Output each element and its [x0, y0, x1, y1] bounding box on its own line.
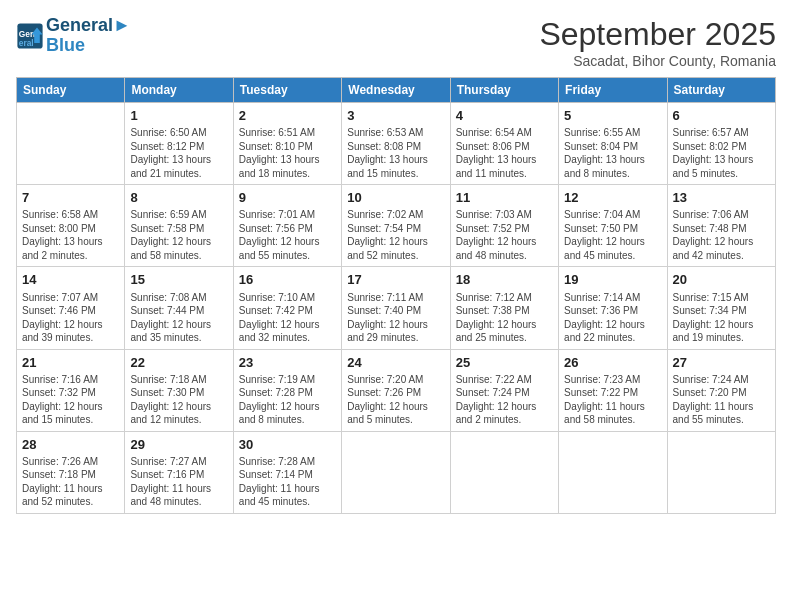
cell-w0-d5: 5Sunrise: 6:55 AMSunset: 8:04 PMDaylight…: [559, 103, 667, 185]
cell-w3-d4: 25Sunrise: 7:22 AMSunset: 7:24 PMDayligh…: [450, 349, 558, 431]
day-number: 13: [673, 189, 770, 207]
cell-w4-d1: 29Sunrise: 7:27 AMSunset: 7:16 PMDayligh…: [125, 431, 233, 513]
day-number: 30: [239, 436, 336, 454]
cell-w4-d6: [667, 431, 775, 513]
logo-text-line2: Blue: [46, 36, 131, 56]
day-number: 25: [456, 354, 553, 372]
cell-w1-d5: 12Sunrise: 7:04 AMSunset: 7:50 PMDayligh…: [559, 185, 667, 267]
day-info: Sunrise: 7:03 AMSunset: 7:52 PMDaylight:…: [456, 208, 553, 262]
cell-w0-d3: 3Sunrise: 6:53 AMSunset: 8:08 PMDaylight…: [342, 103, 450, 185]
day-info: Sunrise: 7:01 AMSunset: 7:56 PMDaylight:…: [239, 208, 336, 262]
day-info: Sunrise: 7:14 AMSunset: 7:36 PMDaylight:…: [564, 291, 661, 345]
day-info: Sunrise: 7:26 AMSunset: 7:18 PMDaylight:…: [22, 455, 119, 509]
day-number: 28: [22, 436, 119, 454]
cell-w4-d0: 28Sunrise: 7:26 AMSunset: 7:18 PMDayligh…: [17, 431, 125, 513]
day-info: Sunrise: 7:15 AMSunset: 7:34 PMDaylight:…: [673, 291, 770, 345]
col-tuesday: Tuesday: [233, 78, 341, 103]
day-number: 4: [456, 107, 553, 125]
cell-w2-d4: 18Sunrise: 7:12 AMSunset: 7:38 PMDayligh…: [450, 267, 558, 349]
page: Gen eral General► Blue September 2025 Sa…: [0, 0, 792, 612]
cell-w3-d5: 26Sunrise: 7:23 AMSunset: 7:22 PMDayligh…: [559, 349, 667, 431]
day-number: 12: [564, 189, 661, 207]
day-info: Sunrise: 7:08 AMSunset: 7:44 PMDaylight:…: [130, 291, 227, 345]
day-number: 27: [673, 354, 770, 372]
cell-w2-d6: 20Sunrise: 7:15 AMSunset: 7:34 PMDayligh…: [667, 267, 775, 349]
cell-w0-d2: 2Sunrise: 6:51 AMSunset: 8:10 PMDaylight…: [233, 103, 341, 185]
day-number: 2: [239, 107, 336, 125]
day-number: 23: [239, 354, 336, 372]
day-number: 6: [673, 107, 770, 125]
day-number: 21: [22, 354, 119, 372]
cell-w0-d6: 6Sunrise: 6:57 AMSunset: 8:02 PMDaylight…: [667, 103, 775, 185]
day-number: 19: [564, 271, 661, 289]
day-number: 9: [239, 189, 336, 207]
day-info: Sunrise: 7:28 AMSunset: 7:14 PMDaylight:…: [239, 455, 336, 509]
cell-w1-d4: 11Sunrise: 7:03 AMSunset: 7:52 PMDayligh…: [450, 185, 558, 267]
day-number: 1: [130, 107, 227, 125]
cell-w3-d2: 23Sunrise: 7:19 AMSunset: 7:28 PMDayligh…: [233, 349, 341, 431]
cell-w2-d2: 16Sunrise: 7:10 AMSunset: 7:42 PMDayligh…: [233, 267, 341, 349]
cell-w0-d0: [17, 103, 125, 185]
cell-w3-d0: 21Sunrise: 7:16 AMSunset: 7:32 PMDayligh…: [17, 349, 125, 431]
day-info: Sunrise: 7:06 AMSunset: 7:48 PMDaylight:…: [673, 208, 770, 262]
day-info: Sunrise: 6:50 AMSunset: 8:12 PMDaylight:…: [130, 126, 227, 180]
cell-w4-d5: [559, 431, 667, 513]
day-number: 8: [130, 189, 227, 207]
day-number: 3: [347, 107, 444, 125]
day-number: 22: [130, 354, 227, 372]
day-info: Sunrise: 7:23 AMSunset: 7:22 PMDaylight:…: [564, 373, 661, 427]
col-friday: Friday: [559, 78, 667, 103]
day-number: 26: [564, 354, 661, 372]
day-number: 17: [347, 271, 444, 289]
cell-w2-d5: 19Sunrise: 7:14 AMSunset: 7:36 PMDayligh…: [559, 267, 667, 349]
logo-text-line1: General►: [46, 16, 131, 36]
day-info: Sunrise: 6:58 AMSunset: 8:00 PMDaylight:…: [22, 208, 119, 262]
day-number: 15: [130, 271, 227, 289]
day-number: 24: [347, 354, 444, 372]
logo: Gen eral General► Blue: [16, 16, 131, 56]
day-info: Sunrise: 6:53 AMSunset: 8:08 PMDaylight:…: [347, 126, 444, 180]
cell-w1-d6: 13Sunrise: 7:06 AMSunset: 7:48 PMDayligh…: [667, 185, 775, 267]
month-title: September 2025: [539, 16, 776, 53]
day-number: 18: [456, 271, 553, 289]
cell-w2-d1: 15Sunrise: 7:08 AMSunset: 7:44 PMDayligh…: [125, 267, 233, 349]
day-number: 7: [22, 189, 119, 207]
day-info: Sunrise: 7:04 AMSunset: 7:50 PMDaylight:…: [564, 208, 661, 262]
location-subtitle: Sacadat, Bihor County, Romania: [539, 53, 776, 69]
day-info: Sunrise: 7:20 AMSunset: 7:26 PMDaylight:…: [347, 373, 444, 427]
day-info: Sunrise: 7:19 AMSunset: 7:28 PMDaylight:…: [239, 373, 336, 427]
cell-w2-d0: 14Sunrise: 7:07 AMSunset: 7:46 PMDayligh…: [17, 267, 125, 349]
day-info: Sunrise: 7:02 AMSunset: 7:54 PMDaylight:…: [347, 208, 444, 262]
cell-w0-d4: 4Sunrise: 6:54 AMSunset: 8:06 PMDaylight…: [450, 103, 558, 185]
cell-w1-d1: 8Sunrise: 6:59 AMSunset: 7:58 PMDaylight…: [125, 185, 233, 267]
day-number: 5: [564, 107, 661, 125]
title-block: September 2025 Sacadat, Bihor County, Ro…: [539, 16, 776, 69]
day-info: Sunrise: 6:51 AMSunset: 8:10 PMDaylight:…: [239, 126, 336, 180]
day-number: 16: [239, 271, 336, 289]
col-wednesday: Wednesday: [342, 78, 450, 103]
col-thursday: Thursday: [450, 78, 558, 103]
cell-w1-d3: 10Sunrise: 7:02 AMSunset: 7:54 PMDayligh…: [342, 185, 450, 267]
cell-w3-d1: 22Sunrise: 7:18 AMSunset: 7:30 PMDayligh…: [125, 349, 233, 431]
col-monday: Monday: [125, 78, 233, 103]
cell-w1-d2: 9Sunrise: 7:01 AMSunset: 7:56 PMDaylight…: [233, 185, 341, 267]
cell-w3-d3: 24Sunrise: 7:20 AMSunset: 7:26 PMDayligh…: [342, 349, 450, 431]
cell-w1-d0: 7Sunrise: 6:58 AMSunset: 8:00 PMDaylight…: [17, 185, 125, 267]
day-info: Sunrise: 7:12 AMSunset: 7:38 PMDaylight:…: [456, 291, 553, 345]
day-info: Sunrise: 7:16 AMSunset: 7:32 PMDaylight:…: [22, 373, 119, 427]
week-row-2: 14Sunrise: 7:07 AMSunset: 7:46 PMDayligh…: [17, 267, 776, 349]
day-info: Sunrise: 7:18 AMSunset: 7:30 PMDaylight:…: [130, 373, 227, 427]
logo-icon: Gen eral: [16, 22, 44, 50]
week-row-0: 1Sunrise: 6:50 AMSunset: 8:12 PMDaylight…: [17, 103, 776, 185]
day-info: Sunrise: 7:10 AMSunset: 7:42 PMDaylight:…: [239, 291, 336, 345]
day-info: Sunrise: 6:54 AMSunset: 8:06 PMDaylight:…: [456, 126, 553, 180]
week-row-3: 21Sunrise: 7:16 AMSunset: 7:32 PMDayligh…: [17, 349, 776, 431]
svg-text:eral: eral: [19, 38, 34, 48]
cell-w4-d2: 30Sunrise: 7:28 AMSunset: 7:14 PMDayligh…: [233, 431, 341, 513]
calendar-table: Sunday Monday Tuesday Wednesday Thursday…: [16, 77, 776, 514]
day-info: Sunrise: 7:11 AMSunset: 7:40 PMDaylight:…: [347, 291, 444, 345]
day-info: Sunrise: 6:59 AMSunset: 7:58 PMDaylight:…: [130, 208, 227, 262]
day-info: Sunrise: 7:07 AMSunset: 7:46 PMDaylight:…: [22, 291, 119, 345]
cell-w4-d3: [342, 431, 450, 513]
day-info: Sunrise: 7:24 AMSunset: 7:20 PMDaylight:…: [673, 373, 770, 427]
